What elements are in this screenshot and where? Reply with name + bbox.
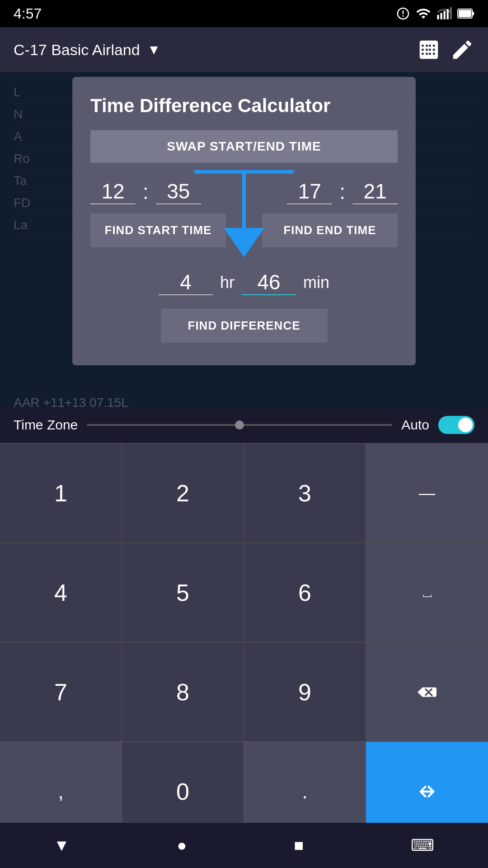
diff-hours-label: hr [220, 273, 235, 292]
key-8[interactable]: 8 [122, 642, 244, 741]
status-bar: 4:57 [0, 0, 488, 27]
swap-button[interactable]: SWAP START/END TIME [90, 130, 398, 163]
start-separator: : [143, 179, 149, 204]
edit-icon[interactable] [450, 38, 474, 62]
status-icons [396, 6, 474, 21]
signal-icon [436, 6, 452, 21]
modal-title: Time Difference Calculator [90, 95, 398, 117]
timezone-bar: Time Zone Auto [0, 407, 488, 443]
key-space[interactable]: ⎵ [366, 543, 488, 642]
key-3[interactable]: 3 [244, 443, 366, 542]
arrow-vertical-shaft [242, 174, 246, 228]
key-dash[interactable]: — [366, 443, 488, 542]
nav-recent-icon[interactable]: ■ [294, 836, 304, 855]
t-arrow [194, 170, 294, 257]
app-bar-icons [417, 38, 474, 62]
timezone-label: Time Zone [14, 417, 78, 433]
svg-rect-4 [450, 7, 452, 19]
key-4[interactable]: 4 [0, 543, 122, 642]
diff-mins-input[interactable] [242, 270, 296, 295]
find-difference-button[interactable]: FIND DIFFERENCE [161, 309, 328, 343]
dropdown-icon: ▼ [147, 42, 161, 57]
diff-row: hr min [90, 270, 398, 295]
arrow-head [224, 228, 264, 257]
modal-dialog: Time Difference Calculator SWAP START/EN… [72, 77, 416, 365]
keyboard-row-1: 1 2 3 — [0, 443, 488, 542]
app-title: C-17 Basic Airland [14, 41, 140, 59]
toggle-thumb [458, 418, 473, 432]
timezone-toggle[interactable] [438, 416, 474, 434]
timezone-auto-label: Auto [401, 417, 429, 433]
key-9[interactable]: 9 [244, 642, 366, 741]
modal-overlay: Time Difference Calculator SWAP START/EN… [0, 72, 488, 407]
battery-icon [457, 7, 474, 20]
end-hour-input[interactable] [287, 179, 332, 204]
nav-bar: ▼ ● ■ ⌨ [0, 823, 488, 868]
nav-home-icon[interactable]: ● [177, 836, 187, 855]
svg-rect-0 [437, 15, 439, 19]
slider-thumb [235, 420, 244, 429]
key-1[interactable]: 1 [0, 443, 122, 542]
diff-mins-label: min [303, 273, 329, 292]
time-inputs-row: : : [90, 179, 398, 204]
wifi-icon [416, 6, 431, 21]
end-time-group: : [287, 179, 398, 204]
key-5[interactable]: 5 [122, 543, 244, 642]
key-2[interactable]: 2 [122, 443, 244, 542]
timezone-slider[interactable] [87, 424, 392, 426]
key-7[interactable]: 7 [0, 642, 122, 741]
diff-hours-input[interactable] [159, 270, 213, 295]
svg-rect-3 [447, 9, 449, 19]
nav-keyboard-icon[interactable]: ⌨ [411, 836, 434, 855]
svg-rect-1 [441, 13, 442, 19]
calculator-icon[interactable] [417, 38, 441, 62]
notification-icon [396, 6, 410, 21]
app-bar: C-17 Basic Airland ▼ [0, 27, 488, 72]
status-time: 4:57 [14, 5, 42, 22]
svg-rect-7 [459, 10, 471, 17]
end-separator: : [339, 179, 345, 204]
svg-rect-2 [444, 11, 446, 19]
end-min-input[interactable] [352, 179, 398, 204]
app-title-container[interactable]: C-17 Basic Airland ▼ [14, 41, 160, 59]
key-6[interactable]: 6 [244, 543, 366, 642]
start-time-group: : [90, 179, 201, 204]
key-backspace[interactable] [366, 642, 488, 741]
arrow-horizontal-bar [194, 170, 294, 174]
keyboard-row-2: 4 5 6 ⎵ [0, 542, 488, 642]
nav-back-icon[interactable]: ▼ [54, 836, 70, 855]
start-hour-input[interactable] [90, 179, 136, 204]
keyboard: 1 2 3 — 4 5 6 ⎵ 7 8 9 , 0 . [0, 443, 488, 841]
keyboard-row-3: 7 8 9 [0, 642, 488, 741]
svg-rect-6 [472, 12, 474, 15]
